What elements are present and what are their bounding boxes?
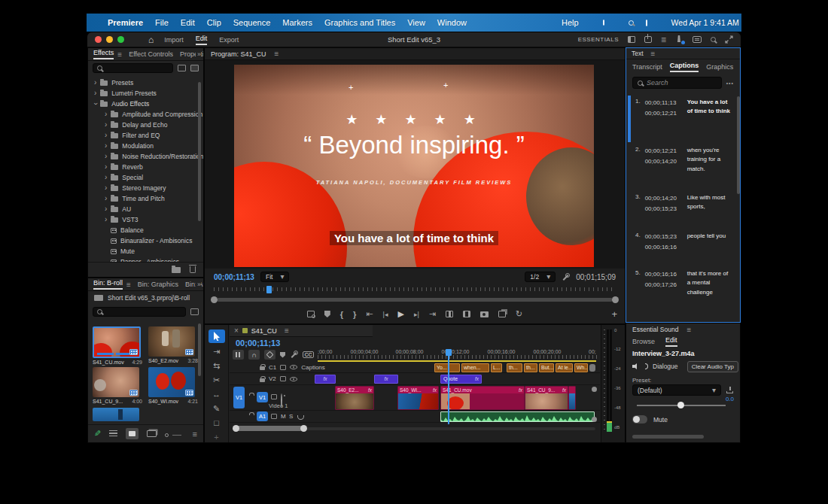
expander-icon[interactable]: › — [105, 111, 107, 118]
timeline-settings-icon[interactable] — [290, 351, 298, 359]
bin-item-s40-wi[interactable]: S40_WI.mov 4:21 — [148, 367, 198, 404]
tab-bin-graphics[interactable]: Bin: Graphics — [138, 281, 178, 288]
fit-dropdown[interactable]: Fit▾ — [260, 272, 289, 282]
bin-breadcrumb[interactable]: Short Edit v65_3.prproj\B-roll — [88, 291, 203, 305]
captions-search-field[interactable] — [632, 77, 722, 89]
expander-icon[interactable]: › — [105, 153, 107, 160]
gain-value[interactable]: 0.0 — [726, 396, 734, 402]
program-playhead[interactable] — [266, 286, 272, 293]
tree-item-amplitude[interactable]: ›Amplitude and Compression — [88, 109, 204, 120]
audio-clip[interactable] — [440, 411, 595, 422]
more-tabs-icon[interactable]: » — [196, 281, 201, 288]
timeline-clip-partial[interactable] — [568, 386, 576, 410]
add-marker-icon[interactable] — [280, 352, 285, 358]
expander-icon[interactable]: › — [105, 163, 107, 171]
step-back-icon[interactable]: |◂ — [383, 311, 388, 318]
save-preset-icon[interactable] — [726, 387, 734, 393]
ripple-edit-tool[interactable]: ⇆ — [209, 360, 225, 372]
tree-item-vst3[interactable]: ›VST3 — [88, 214, 204, 225]
rectangle-tool[interactable]: □ — [209, 417, 225, 428]
new-folder-icon[interactable] — [172, 267, 181, 273]
text-panel-tab[interactable]: Text — [632, 50, 644, 57]
vscroll-handle[interactable] — [592, 417, 597, 422]
sync-lock-icon[interactable] — [271, 414, 277, 419]
tree-item-noise-reduction[interactable]: ›Noise Reduction/Restoration — [88, 151, 204, 162]
panel-menu-icon[interactable]: ≡ — [275, 50, 279, 58]
fullscreen-icon[interactable] — [725, 35, 733, 44]
expander-icon[interactable]: › — [105, 195, 107, 202]
bin-search-field[interactable] — [93, 307, 186, 317]
mark-in-icon[interactable]: { — [340, 310, 343, 319]
timeline-ruler[interactable]: ;00;00 00;00;04;00 00;00;08;00 00;00;12;… — [318, 349, 598, 360]
caption-text[interactable]: people tell you — [687, 232, 731, 241]
expander-icon[interactable]: › — [105, 205, 107, 213]
caption-row-2[interactable]: 2. 00;00;12;2100;00;14;20 when you're tr… — [635, 146, 736, 174]
timeline-playhead-head[interactable] — [446, 349, 452, 356]
tree-item-delay-echo[interactable]: ›Delay and Echo — [88, 120, 204, 130]
track-output-icon[interactable] — [290, 377, 297, 381]
tab-sound-edit[interactable]: Edit — [665, 336, 677, 347]
thumbnail-view-icon[interactable] — [126, 428, 139, 439]
menu-help[interactable]: Help — [562, 18, 579, 27]
tree-item-au[interactable]: ›AU — [88, 204, 204, 214]
tree-item-filter-eq[interactable]: ›Filter and EQ — [88, 130, 204, 141]
expander-icon[interactable]: › — [94, 79, 96, 87]
go-to-in-icon[interactable]: ⇤ — [366, 309, 373, 319]
menu-file[interactable]: File — [155, 18, 169, 27]
menu-view[interactable]: View — [407, 18, 425, 27]
menu-sequence[interactable]: Sequence — [233, 18, 271, 27]
tab-transcript[interactable]: Transcript — [632, 63, 662, 71]
source-patch-v1[interactable]: V1 — [233, 387, 245, 408]
feedback-icon[interactable] — [693, 36, 702, 43]
find-icon[interactable] — [178, 65, 186, 71]
program-video[interactable]: + + ★ ★ ★ ★ ★ “ Beyond inspiring. ” TATI… — [234, 65, 594, 267]
comparison-view-icon[interactable] — [307, 311, 315, 317]
essential-sound-tab[interactable]: Essential Sound — [632, 326, 678, 333]
solo-track-button[interactable]: S — [289, 413, 293, 420]
tab-bin-broll[interactable]: Bin: B-roll — [93, 279, 123, 290]
expander-icon[interactable]: › — [105, 184, 107, 192]
menu-markers[interactable]: Markers — [282, 18, 312, 27]
panel-layout-icon[interactable] — [628, 36, 635, 43]
tab-browse[interactable]: Browse — [632, 338, 655, 345]
captions-scrollbar[interactable] — [737, 96, 740, 194]
spotlight-icon[interactable] — [629, 20, 634, 26]
add-marker-icon[interactable] — [324, 311, 330, 317]
slip-tool[interactable]: ↔ — [209, 389, 225, 400]
battery-icon[interactable] — [603, 20, 604, 26]
tree-item-binauralizer[interactable]: Binauralizer - Ambisonics — [88, 235, 204, 246]
nest-toggle-icon[interactable] — [233, 350, 244, 360]
track-select-tool[interactable]: ⇥ — [209, 346, 225, 357]
razor-tool[interactable]: ✂ — [209, 375, 225, 386]
lock-icon[interactable] — [260, 378, 265, 382]
menu-graphics-titles[interactable]: Graphics and Titles — [324, 18, 395, 27]
caption-row-4[interactable]: 4. 00;00;15;2300;00;16;16 people tell yo… — [635, 232, 736, 252]
expander-icon[interactable]: › — [94, 90, 96, 97]
lock-icon[interactable] — [260, 366, 265, 370]
timeline-clip-s40-e2[interactable]: S40_E2...fx — [335, 386, 374, 410]
expander-icon[interactable]: › — [92, 102, 99, 105]
bin-item-s40-e2[interactable]: S40_E2.mov 3:28 — [148, 326, 198, 363]
slider-knob[interactable] — [677, 402, 684, 408]
panel-menu-icon[interactable]: ≡ — [686, 326, 691, 334]
loop-icon[interactable]: ↻ — [516, 309, 522, 319]
sound-hscroll[interactable] — [632, 435, 704, 439]
panel-menu-icon[interactable]: ≡ — [651, 50, 656, 58]
tree-item-stereo-imagery[interactable]: ›Stereo Imagery — [88, 183, 204, 193]
mute-toggle[interactable] — [632, 415, 647, 424]
timeline-clip-s41-cu[interactable]: S41_CU.movfx — [440, 386, 525, 410]
close-window-button[interactable] — [95, 36, 102, 43]
bin-item-partial[interactable] — [93, 408, 139, 421]
filmstrip-view-icon[interactable] — [147, 430, 157, 437]
effects-search-field[interactable] — [93, 63, 173, 73]
expander-icon[interactable]: › — [105, 216, 107, 223]
tree-item-panner[interactable]: Panner - Ambisonics — [88, 257, 204, 262]
tree-item-balance[interactable]: Balance — [88, 225, 204, 235]
effects-search-input[interactable] — [105, 65, 169, 72]
more-tabs-icon[interactable]: » — [196, 50, 201, 58]
tree-item-special[interactable]: ›Special — [88, 172, 204, 183]
trash-icon[interactable] — [190, 266, 196, 273]
tab-effect-controls[interactable]: Effect Controls — [129, 50, 173, 58]
track-output-icon[interactable] — [290, 365, 297, 369]
timeline-timecode[interactable]: 00;00;11;13 — [236, 339, 280, 348]
